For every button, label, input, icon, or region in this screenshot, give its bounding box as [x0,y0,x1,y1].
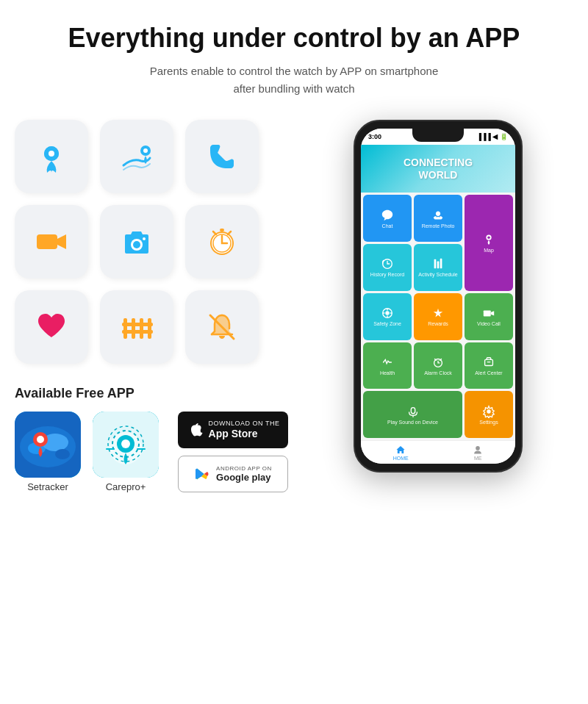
app-cell-alert[interactable]: Alert Center [465,342,513,389]
app-cell-alarm[interactable]: Alarm Clock [414,342,462,389]
svg-point-25 [55,449,70,459]
feature-icon-grid [15,120,288,364]
cell-health-label: Health [380,370,395,376]
svg-rect-14 [123,318,127,339]
svg-point-8 [133,241,140,248]
svg-point-27 [37,436,44,443]
cell-remote-photo-label: Remote Photo [422,223,455,229]
app-store-button[interactable]: Download on the App Store [178,412,288,448]
heart-icon-tile [15,290,88,364]
right-section: 3:00 ▐▐▐ ◀ 🔋 CONNECTING WORLD [303,120,573,473]
page-title: Everything under control by an APP [15,22,573,54]
alarm-icon-tile [185,205,259,279]
nav-me[interactable]: ME [473,445,483,461]
app-cell-history[interactable]: History Record [363,244,412,291]
app-cell-health[interactable]: Health [363,342,412,389]
svg-rect-19 [122,330,153,334]
phone-notch [412,129,464,142]
location-icon-tile [15,120,88,193]
svg-rect-13 [220,229,224,231]
svg-point-5 [143,148,148,153]
phone-header: CONNECTING WORLD [361,145,515,193]
carepro-block: Carepro+ [93,412,159,492]
carepro-label: Carepro+ [106,481,146,492]
app-cell-map[interactable]: Map [465,195,513,291]
cell-alarm-label: Alarm Clock [424,370,452,376]
video-icon-tile [15,205,88,279]
page-subtitle: Parents enable to control the watch by A… [15,62,573,98]
svg-rect-41 [440,259,442,269]
svg-rect-16 [140,318,143,339]
nav-home[interactable]: HOME [393,445,409,461]
svg-rect-51 [411,407,415,413]
cell-safety-label: Safety Zone [373,321,401,326]
cell-activity-label: Activity Schedule [418,272,457,277]
cell-video-call-label: Video Call [477,321,501,326]
app-cell-chat[interactable]: Chat [363,195,412,242]
svg-rect-35 [137,448,146,450]
phone-icon-tile [185,120,259,193]
phone-app-title: CONNECTING WORLD [404,157,473,182]
carepro-logo [93,412,159,478]
available-label: Available Free APP [15,386,288,401]
svg-point-3 [49,151,54,157]
app-cell-video-call[interactable]: Video Call [465,293,513,340]
app-cell-safety[interactable]: Safety Zone [363,293,412,340]
svg-rect-49 [485,359,493,365]
phone-bottom-nav: HOME ME [361,440,515,464]
svg-point-37 [487,237,490,240]
page-wrapper: Everything under control by an APP Paren… [0,0,588,507]
cell-map-label: Map [484,248,494,253]
setracker-label: Setracker [27,481,68,492]
svg-rect-6 [37,234,57,249]
nav-me-label: ME [474,456,482,461]
app-cell-remote-photo[interactable]: Remote Photo [414,195,462,242]
phone-signal: ▐▐▐ ◀ 🔋 [477,133,508,140]
google-play-text: ANDROID APP ON Google play [216,465,272,484]
google-play-button[interactable]: ANDROID APP ON Google play [178,456,288,492]
app-store-text: Download on the App Store [209,420,280,440]
navigation-icon-tile [100,120,173,193]
phone-screen: 3:00 ▐▐▐ ◀ 🔋 CONNECTING WORLD [361,129,515,464]
cell-chat-label: Chat [382,223,393,229]
store-buttons: Download on the App Store [178,412,288,492]
app-cell-rewards[interactable]: Rewards [414,293,462,340]
nav-home-label: HOME [393,456,409,461]
app-grid: Chat Remote Photo Map [361,193,515,440]
app-cell-play-sound[interactable]: Play Sound on Device [363,391,462,438]
svg-rect-40 [437,262,440,269]
camera-icon-tile [100,205,173,279]
cell-alert-label: Alert Center [475,370,502,376]
setracker-block: Setracker [15,412,81,492]
setracker-logo [15,412,81,478]
left-section: Available Free APP [15,120,288,492]
svg-rect-17 [148,318,151,339]
cell-play-sound-label: Play Sound on Device [387,420,438,425]
main-content: Available Free APP [15,120,573,492]
cell-settings-label: Settings [479,420,498,425]
svg-point-53 [487,409,490,413]
phone-time: 3:00 [368,133,381,140]
svg-point-54 [476,446,480,450]
bell-off-icon-tile [185,290,259,364]
app-cell-settings[interactable]: Settings [465,391,513,438]
svg-point-43 [385,311,389,315]
svg-rect-18 [122,323,153,326]
cell-rewards-label: Rewards [428,321,448,326]
app-logos-row: Setracker [15,412,288,492]
cell-history-label: History Record [370,272,404,277]
svg-rect-39 [434,259,437,269]
svg-point-9 [143,237,146,240]
svg-point-31 [121,439,130,448]
app-cell-activity[interactable]: Activity Schedule [414,244,462,291]
phone-mockup: 3:00 ▐▐▐ ◀ 🔋 CONNECTING WORLD [354,120,523,473]
svg-rect-34 [106,448,115,450]
fence-icon-tile [100,290,173,364]
svg-rect-15 [132,318,135,339]
